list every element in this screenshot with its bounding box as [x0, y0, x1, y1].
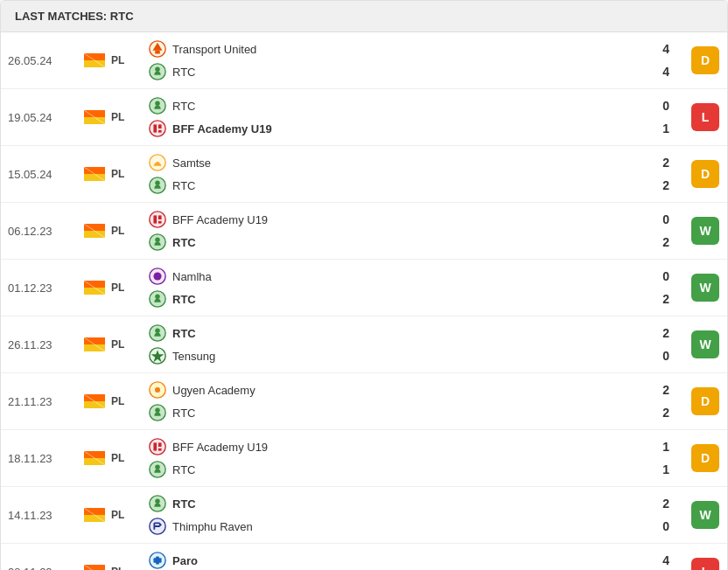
result-badge: L: [691, 558, 719, 570]
match-meta: 21.11.23 PL: [1, 373, 141, 429]
team-score: 4: [652, 65, 669, 79]
team-name: RTC: [172, 463, 647, 476]
header-title: LAST MATCHES: RTC: [15, 10, 134, 23]
team-row: Tensung 0: [141, 344, 683, 367]
league-label: PL: [111, 282, 124, 294]
team-logo-icon: [148, 289, 167, 309]
svg-rect-29: [158, 221, 162, 224]
team-row: BFF Academy U19 1: [141, 435, 683, 458]
result-badge-col: W: [683, 260, 727, 316]
team-score: 1: [652, 440, 669, 454]
result-badge-col: W: [683, 487, 727, 543]
svg-rect-18: [84, 174, 105, 181]
result-badge: W: [691, 330, 719, 358]
svg-point-22: [155, 181, 160, 186]
svg-rect-27: [153, 215, 157, 223]
result-badge-col: D: [683, 32, 727, 88]
result-badge: D: [691, 387, 719, 415]
team-score: 2: [652, 292, 669, 306]
result-badge: W: [691, 501, 719, 529]
league-flag-icon: [83, 337, 106, 352]
match-meta: 15.05.24 PL: [1, 146, 141, 202]
team-name: BFF Academy U19: [172, 213, 647, 226]
team-score: 4: [652, 42, 669, 56]
team-logo-icon: [148, 494, 167, 513]
team-score: 2: [652, 235, 669, 249]
teams-scores: Transport United 4 RTC 4: [141, 32, 683, 88]
team-name: Paro: [172, 554, 647, 567]
svg-rect-9: [84, 117, 105, 124]
svg-point-65: [155, 499, 160, 504]
result-badge: W: [691, 217, 719, 245]
svg-rect-32: [84, 281, 105, 288]
svg-rect-56: [153, 442, 157, 450]
teams-scores: Paro 4 RTC 0: [141, 544, 683, 570]
svg-rect-61: [84, 508, 105, 515]
league-label: PL: [111, 168, 124, 180]
svg-point-13: [150, 121, 165, 136]
team-name: Transport United: [172, 43, 647, 56]
match-date: 08.11.23: [8, 566, 78, 571]
result-badge-col: D: [683, 146, 727, 202]
team-logo-icon: [148, 62, 167, 81]
svg-rect-45: [84, 394, 105, 401]
section-header: LAST MATCHES: RTC: [1, 1, 727, 32]
team-name: RTC: [172, 100, 647, 113]
team-score: 2: [652, 156, 669, 170]
team-name: Tensung: [172, 350, 647, 363]
team-logo-icon: [148, 346, 167, 365]
team-logo-icon: [148, 96, 167, 115]
team-score: 2: [652, 326, 669, 340]
team-score: 4: [652, 553, 669, 567]
svg-rect-5: [155, 51, 160, 54]
match-date: 21.11.23: [8, 395, 78, 408]
teams-scores: RTC 0 BFF Academy U19 1: [141, 89, 683, 145]
teams-scores: RTC 2 Tensung 0: [141, 316, 683, 372]
team-row: Samtse 2: [141, 151, 683, 174]
team-logo-icon: [148, 323, 167, 343]
svg-point-31: [155, 238, 160, 243]
result-badge: D: [691, 160, 719, 188]
result-badge-col: D: [683, 430, 727, 486]
match-date: 01.12.23: [8, 282, 78, 295]
svg-point-38: [155, 295, 160, 300]
team-name: RTC: [172, 327, 647, 340]
svg-rect-53: [84, 458, 105, 465]
league-flag-icon: [83, 280, 106, 295]
match-row: 26.05.24 PL Transport United 4 RTC 4 D: [1, 32, 727, 89]
league-label: PL: [111, 395, 124, 407]
match-meta: 18.11.23 PL: [1, 430, 141, 486]
match-meta: 19.05.24 PL: [1, 89, 141, 145]
team-row: RTC 4: [141, 60, 683, 83]
svg-rect-39: [84, 337, 105, 344]
team-score: 2: [652, 383, 669, 397]
team-row: Thimphu Raven 0: [141, 515, 683, 538]
team-row: RTC 2: [141, 322, 683, 344]
league-flag-icon: [83, 507, 106, 523]
match-date: 26.11.23: [8, 338, 78, 351]
league-label: PL: [111, 338, 124, 351]
team-row: Namlha 0: [141, 265, 683, 288]
team-score: 2: [652, 406, 669, 420]
team-name: Thimphu Raven: [172, 520, 647, 533]
match-meta: 14.11.23 PL: [1, 487, 141, 543]
team-row: RTC 2: [141, 231, 683, 254]
team-logo-icon: [148, 551, 167, 570]
team-row: RTC 0: [141, 94, 683, 117]
team-score: 0: [652, 519, 669, 533]
svg-rect-58: [158, 448, 162, 451]
svg-rect-15: [158, 124, 162, 129]
team-score: 0: [652, 349, 669, 363]
result-badge: W: [691, 274, 719, 302]
match-date: 15.05.24: [8, 168, 78, 181]
team-name: RTC: [172, 236, 647, 249]
league-flag-icon: [83, 223, 106, 239]
match-meta: 26.05.24 PL: [1, 32, 141, 88]
svg-point-36: [153, 272, 161, 280]
team-logo-icon: [148, 437, 167, 456]
league-label: PL: [111, 452, 124, 464]
svg-rect-16: [158, 130, 162, 133]
team-logo-icon: [148, 176, 167, 195]
team-row: BFF Academy U19 1: [141, 117, 683, 140]
league-flag-icon: [83, 450, 106, 466]
